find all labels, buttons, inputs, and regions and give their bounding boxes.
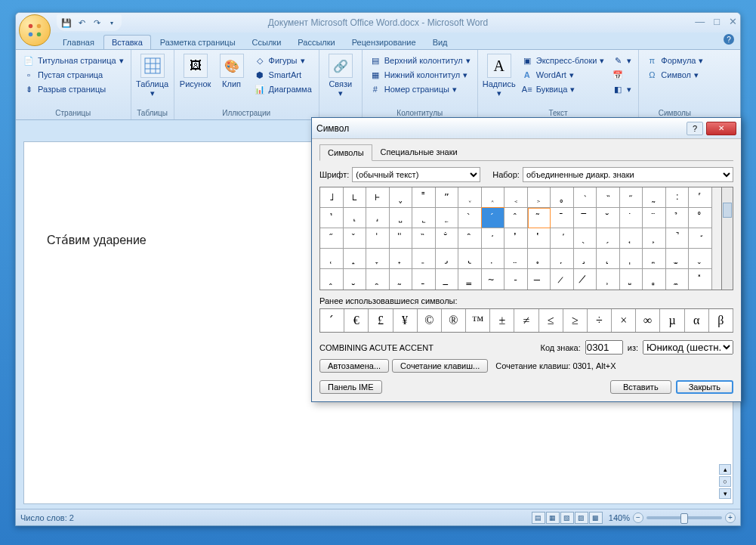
symbol-cell[interactable]: ̰ [390, 269, 413, 290]
symbol-cell[interactable]: ̈ [643, 208, 666, 228]
subset-select[interactable]: объединенные диакр. знаки [523, 167, 733, 182]
symbol-cell[interactable]: ̠ [412, 249, 436, 269]
recent-symbol-cell[interactable]: × [612, 309, 636, 332]
recent-symbol-cell[interactable]: β [709, 309, 733, 332]
symbol-cell[interactable]: ̞ [366, 249, 390, 269]
zoom-out-button[interactable]: − [633, 512, 643, 523]
table-button[interactable]: Таблица▾ [134, 51, 171, 108]
symbol-cell[interactable]: ˷ [643, 187, 666, 208]
recent-symbol-cell[interactable]: µ [660, 309, 684, 332]
draft-view[interactable]: ▩ [589, 512, 603, 524]
symbol-cell[interactable]: ̗ [597, 228, 620, 249]
symbol-cell[interactable]: ̝ [344, 249, 367, 269]
symbol-cell[interactable]: ˪ [344, 187, 367, 208]
tab-review[interactable]: Рецензирование [344, 36, 424, 49]
symbol-cell[interactable]: ̧ [574, 249, 597, 269]
symbol-cell[interactable]: ̜ [320, 249, 344, 269]
symbol-cell[interactable]: ̵ [505, 269, 528, 290]
qat-dropdown-icon[interactable]: ▾ [105, 16, 119, 29]
shapes-button[interactable]: ◇Фигуры ▾ [251, 54, 314, 67]
font-select[interactable]: (обычный текст) [352, 167, 480, 182]
symbol-cell[interactable]: ̚ [666, 228, 690, 249]
symbol-cell[interactable]: ̆ [597, 208, 620, 228]
close-button[interactable]: Закрыть [676, 380, 733, 394]
symbol-cell[interactable]: ˭ [412, 187, 436, 208]
symbol-cell[interactable]: ̛ [689, 228, 712, 249]
footer-button[interactable]: ▦Нижний колонтитул ▾ [367, 68, 473, 82]
symbol-cell[interactable]: ˳ [551, 187, 574, 208]
symbol-button[interactable]: ΩСимвол ▾ [643, 68, 705, 82]
recent-symbol-cell[interactable]: ≥ [563, 309, 588, 332]
symbol-cell[interactable]: ˺ [320, 208, 344, 228]
zoom-level[interactable]: 140% [609, 513, 630, 522]
symbol-cell[interactable]: ̏ [412, 228, 436, 249]
web-view[interactable]: ▧ [560, 512, 574, 524]
outline-view[interactable]: ▨ [575, 512, 588, 524]
help-icon[interactable]: ? [724, 34, 734, 45]
symbol-cell[interactable]: ̫ [666, 249, 690, 269]
picture-button[interactable]: 🖼Рисунок [177, 51, 214, 108]
signature-button[interactable]: ✎▾ [609, 54, 634, 67]
dropcap-button[interactable]: A≡Буквица ▾ [519, 82, 607, 96]
recent-symbol-cell[interactable]: £ [369, 309, 393, 332]
symbol-cell[interactable]: ˲ [528, 187, 551, 208]
symbol-cell[interactable]: ̬ [689, 249, 712, 269]
symbol-cell[interactable]: ̽ [689, 269, 712, 290]
symbol-cell[interactable]: ̉ [666, 208, 690, 228]
symbol-cell[interactable]: ̣ [482, 249, 505, 269]
symbol-cell[interactable]: ̑ [458, 228, 482, 249]
dialog-titlebar[interactable]: Символ ? ✕ [312, 118, 741, 139]
fullscreen-view[interactable]: ▦ [546, 512, 560, 524]
symbol-cell[interactable]: ̔ [528, 228, 551, 249]
symbol-cell[interactable]: ̥ [528, 249, 551, 269]
symbol-cell[interactable]: ˾ [412, 208, 436, 228]
recent-symbol-cell[interactable]: ™ [466, 309, 490, 332]
prev-page-button[interactable]: ▴ [719, 464, 731, 475]
symbol-cell[interactable]: ̀ [458, 208, 482, 228]
from-select[interactable]: Юникод (шестн.) [643, 340, 733, 355]
dialog-close-button[interactable]: ✕ [706, 122, 736, 135]
symbol-cell[interactable]: ̹ [597, 269, 620, 290]
dialog-help-button[interactable]: ? [687, 122, 703, 135]
symbol-cell[interactable]: ̸ [574, 269, 597, 290]
symbol-cell[interactable]: ˮ [436, 187, 459, 208]
symbol-cell[interactable]: ̴ [482, 269, 505, 290]
tab-mailings[interactable]: Рассылки [290, 36, 342, 49]
cover-page-button[interactable]: 📄Титульная страница ▾ [20, 54, 126, 67]
symbol-cell[interactable]: ̟ [390, 249, 413, 269]
symbol-cell[interactable]: ̢ [458, 249, 482, 269]
symbol-cell[interactable]: ̒ [482, 228, 505, 249]
symbol-grid[interactable]: ˩˪˫ˬ˭ˮ˯˰˱˲˳˴˵˶˷˸˹˺˻˼˽˾˿ ̀ ́ ̂ ̃ ̄ ̅ ̆ ̇ … [319, 187, 721, 290]
symbol-cell[interactable]: ̤ [505, 249, 528, 269]
insert-button[interactable]: Вставить [610, 380, 671, 394]
zoom-slider[interactable] [646, 516, 722, 519]
symbol-cell[interactable]: ˶ [620, 187, 643, 208]
undo-icon[interactable]: ↶ [75, 16, 88, 29]
symbol-cell[interactable]: ̶ [528, 269, 551, 290]
equation-button[interactable]: πФормула ▾ [643, 54, 705, 67]
recent-symbol-cell[interactable]: ≤ [539, 309, 563, 332]
symbol-cell[interactable]: ˴ [574, 187, 597, 208]
close-window-button[interactable]: ✕ [729, 16, 737, 27]
symbol-cell[interactable]: ̊ [689, 208, 712, 228]
symbol-cell[interactable]: ̡ [436, 249, 459, 269]
symbol-cell[interactable]: ̭ [320, 269, 344, 290]
page-break-button[interactable]: ⇟Разрыв страницы [20, 82, 126, 96]
recent-symbol-cell[interactable]: ÷ [588, 309, 612, 332]
smartart-button[interactable]: ⬢SmartArt [251, 68, 314, 82]
office-button[interactable] [19, 14, 51, 46]
recent-symbol-cell[interactable]: α [685, 309, 709, 332]
symbol-cell[interactable]: ˼ [366, 208, 390, 228]
symbol-cell[interactable]: ̂ [505, 208, 528, 228]
symbol-cell[interactable]: ̇ [620, 208, 643, 228]
symbol-cell[interactable]: ̺ [620, 269, 643, 290]
symbol-cell[interactable]: ́ [482, 208, 505, 228]
symbol-cell[interactable]: ̍ [366, 228, 390, 249]
tab-insert[interactable]: Вставка [103, 35, 151, 49]
zoom-in-button[interactable]: + [725, 512, 736, 523]
symbol-cell[interactable]: ̓ [505, 228, 528, 249]
chart-button[interactable]: 📊Диаграмма [251, 82, 314, 96]
symbol-cell[interactable]: ̄ [551, 208, 574, 228]
clipart-button[interactable]: 🎨Клип [214, 51, 250, 108]
blank-page-button[interactable]: ▫Пустая страница [20, 68, 126, 82]
